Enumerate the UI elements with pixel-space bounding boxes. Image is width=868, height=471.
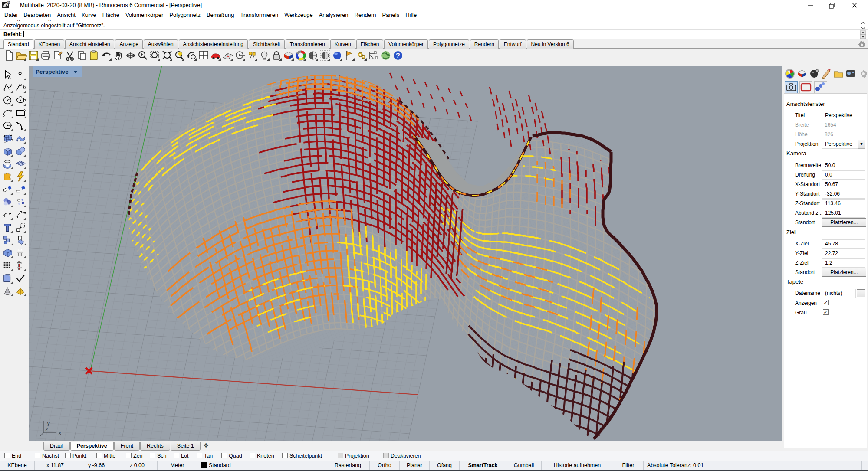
svg-text:Perspektive: Perspektive	[36, 69, 69, 75]
svg-text:z: z	[45, 425, 49, 432]
svg-text:x: x	[58, 429, 62, 436]
svg-text:?: ?	[396, 52, 400, 59]
